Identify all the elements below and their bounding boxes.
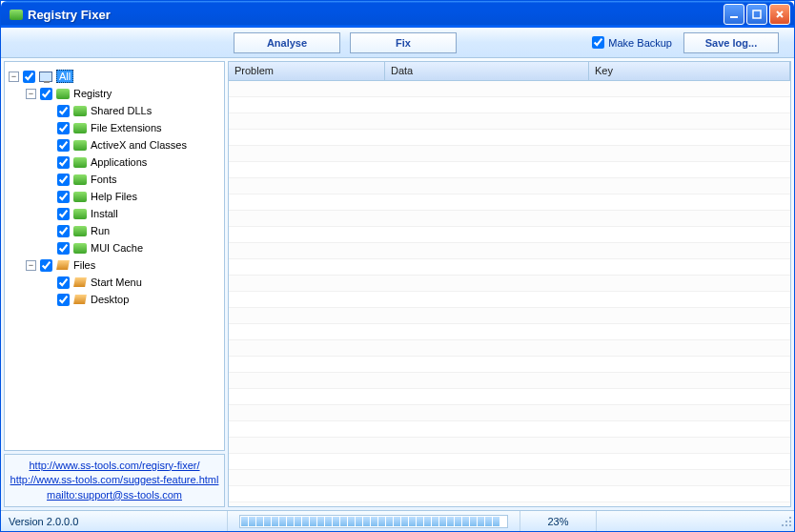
table-row[interactable] (229, 227, 790, 243)
save-log-button[interactable]: Save log... (683, 32, 779, 53)
make-backup-input[interactable] (592, 36, 604, 49)
tree-label-registry[interactable]: Registry (73, 88, 112, 99)
tree-node-registry-child[interactable]: ActiveX and Classes (43, 136, 220, 153)
tree-check-registry[interactable] (40, 88, 52, 100)
col-data[interactable]: Data (385, 62, 589, 81)
table-row[interactable] (229, 146, 790, 162)
tree-node-registry-child[interactable]: Applications (43, 153, 220, 171)
tree-check[interactable] (57, 276, 70, 289)
tree-node-files[interactable]: − Files (26, 256, 220, 274)
registry-icon (72, 207, 88, 220)
box-icon (55, 258, 71, 272)
table-row[interactable] (229, 130, 790, 146)
table-row[interactable] (229, 438, 790, 454)
table-row[interactable] (229, 113, 790, 130)
body: − All − Registry (1, 58, 794, 510)
tree-check-files[interactable] (40, 259, 52, 272)
grid-body[interactable] (229, 81, 790, 506)
tree-check[interactable] (57, 225, 70, 237)
tree-node-registry-child[interactable]: Install (43, 205, 220, 222)
tree-check[interactable] (57, 208, 70, 220)
table-row[interactable] (229, 486, 790, 502)
tree-label[interactable]: Run (91, 225, 110, 236)
analyse-button[interactable]: Analyse (234, 32, 340, 53)
collapse-icon[interactable]: − (26, 89, 36, 99)
registry-icon (72, 173, 88, 186)
table-row[interactable] (229, 340, 790, 357)
app-icon (9, 7, 24, 22)
tree-node-files-child[interactable]: Desktop (43, 291, 220, 308)
maximize-button[interactable] (746, 4, 767, 25)
tree-label[interactable]: Help Files (91, 191, 137, 202)
table-row[interactable] (229, 194, 790, 211)
tree-check[interactable] (57, 294, 70, 306)
table-row[interactable] (229, 357, 790, 373)
col-problem[interactable]: Problem (229, 62, 385, 81)
tree-node-registry-child[interactable]: Help Files (43, 188, 220, 205)
tree-check[interactable] (57, 174, 70, 186)
tree-check[interactable] (57, 191, 70, 203)
tree-node-registry[interactable]: − Registry (26, 85, 220, 102)
close-button[interactable] (769, 4, 790, 25)
tree-check[interactable] (57, 122, 70, 134)
links-block: http://www.ss-tools.com/regisry-fixer/ h… (4, 454, 225, 507)
collapse-icon[interactable]: − (26, 260, 36, 271)
tree-node-registry-child[interactable]: Fonts (43, 171, 220, 188)
tree-label[interactable]: Start Menu (91, 276, 142, 288)
tree-label-all[interactable]: All (56, 70, 73, 83)
grid-header: Problem Data Key (229, 62, 790, 81)
link-product[interactable]: http://www.ss-tools.com/regisry-fixer/ (9, 459, 220, 473)
results-grid: Problem Data Key (228, 61, 791, 507)
fix-button[interactable]: Fix (350, 32, 457, 53)
table-row[interactable] (229, 211, 790, 227)
tree-label[interactable]: File Extensions (91, 122, 162, 133)
tree-label[interactable]: Desktop (91, 294, 129, 305)
svg-rect-0 (730, 16, 738, 18)
tree-check[interactable] (57, 139, 70, 152)
table-row[interactable] (229, 259, 790, 276)
table-row[interactable] (229, 178, 790, 194)
tree-label[interactable]: Shared DLLs (91, 105, 152, 116)
tree-label[interactable]: MUI Cache (91, 242, 143, 254)
table-row[interactable] (229, 405, 790, 421)
tree-node-registry-child[interactable]: MUI Cache (43, 239, 220, 256)
tree-node-registry-child[interactable]: File Extensions (43, 119, 220, 136)
table-row[interactable] (229, 502, 790, 506)
table-row[interactable] (229, 421, 790, 438)
tree-node-registry-child[interactable]: Run (43, 222, 220, 239)
tree-check[interactable] (57, 156, 70, 169)
table-row[interactable] (229, 454, 790, 470)
tree-check[interactable] (57, 242, 70, 255)
tree-label[interactable]: Fonts (91, 174, 117, 185)
tree-label[interactable]: Applications (91, 156, 147, 168)
table-row[interactable] (229, 292, 790, 308)
svg-point-6 (785, 521, 787, 522)
table-row[interactable] (229, 162, 790, 178)
minimize-button[interactable] (724, 4, 744, 25)
tree-label[interactable]: ActiveX and Classes (91, 139, 187, 151)
resize-grip-icon[interactable] (779, 514, 794, 529)
link-mailto[interactable]: mailto:support@ss-tools.com (9, 488, 220, 502)
collapse-icon[interactable]: − (9, 72, 19, 82)
table-row[interactable] (229, 373, 790, 389)
tree-node-registry-child[interactable]: Shared DLLs (43, 102, 220, 119)
tree-view[interactable]: − All − Registry (4, 61, 225, 451)
table-row[interactable] (229, 81, 790, 97)
table-row[interactable] (229, 389, 790, 405)
tree-label-files[interactable]: Files (73, 259, 95, 271)
col-key[interactable]: Key (589, 62, 790, 81)
table-row[interactable] (229, 470, 790, 486)
table-row[interactable] (229, 97, 790, 113)
tree-node-all[interactable]: − All (9, 68, 220, 85)
table-row[interactable] (229, 324, 790, 340)
table-row[interactable] (229, 276, 790, 292)
make-backup-checkbox[interactable]: Make Backup (592, 36, 672, 49)
tree-check[interactable] (57, 105, 70, 117)
link-suggest[interactable]: http://www.ss-tools.com/suggest-feature.… (9, 473, 220, 487)
tree-label[interactable]: Install (91, 208, 118, 219)
table-row[interactable] (229, 243, 790, 259)
table-row[interactable] (229, 308, 790, 324)
title-bar[interactable]: Registry Fixer (1, 1, 794, 28)
tree-node-files-child[interactable]: Start Menu (43, 274, 220, 291)
tree-check-all[interactable] (23, 71, 35, 83)
